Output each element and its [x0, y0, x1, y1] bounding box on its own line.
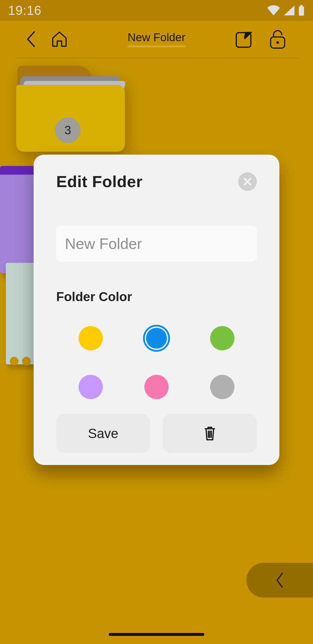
- color-swatch-grey[interactable]: [210, 375, 234, 399]
- color-swatch-yellow[interactable]: [79, 326, 103, 350]
- delete-button[interactable]: [163, 414, 257, 453]
- color-picker: [56, 326, 257, 399]
- dialog-title: Edit Folder: [56, 172, 143, 191]
- save-button[interactable]: Save: [56, 414, 150, 453]
- edit-folder-dialog: Edit Folder Folder Color Save: [34, 155, 279, 465]
- color-swatch-blue[interactable]: [146, 328, 167, 349]
- close-button[interactable]: [238, 172, 257, 191]
- color-swatch-green[interactable]: [210, 326, 234, 350]
- color-section-label: Folder Color: [56, 290, 257, 304]
- folder-name-input[interactable]: [56, 226, 257, 262]
- color-swatch-purple[interactable]: [79, 375, 103, 399]
- close-icon: [243, 177, 252, 186]
- color-swatch-pink[interactable]: [144, 375, 169, 399]
- trash-icon: [203, 425, 217, 442]
